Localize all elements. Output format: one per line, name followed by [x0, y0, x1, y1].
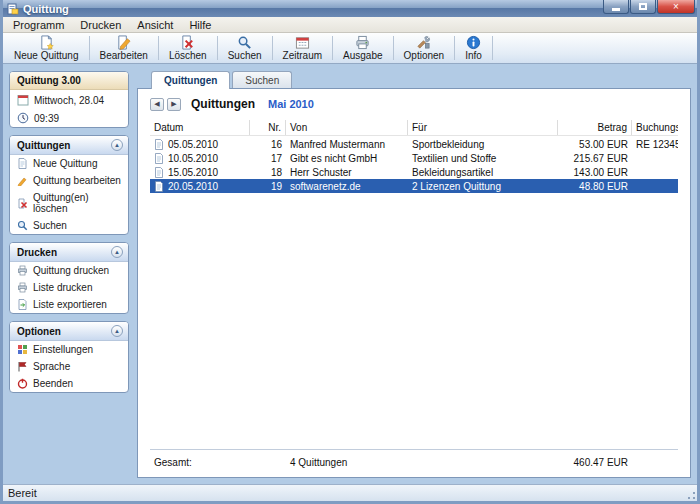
info-button[interactable]: Info: [456, 33, 491, 63]
pencil-icon: [116, 35, 131, 50]
status-bar: Bereit: [3, 484, 697, 501]
receipt-icon: [154, 167, 164, 178]
sidebar-item-search[interactable]: Suchen: [10, 217, 128, 234]
search-icon: [17, 220, 28, 231]
resize-grip[interactable]: [684, 488, 696, 500]
toolbar-separator: [393, 36, 394, 60]
sidebar-item-print-receipt[interactable]: Quittung drucken: [10, 262, 128, 279]
new-receipt-button[interactable]: Neue Quittung: [5, 33, 88, 63]
total-amount: 460.47 EUR: [558, 457, 632, 468]
col-nr[interactable]: Nr.: [250, 120, 286, 135]
cell-von: softwarenetz.de: [286, 179, 408, 193]
receipt-icon: [154, 153, 164, 164]
page-title: Quittungen: [191, 97, 255, 111]
toolbar-separator: [217, 36, 218, 60]
options-button[interactable]: Optionen: [395, 33, 454, 63]
item-label: Liste exportieren: [33, 299, 107, 310]
cell-buchungsv: RE 1234567: [632, 137, 678, 151]
print-panel: Drucken ▲ Quittung drucken Liste drucken…: [9, 242, 129, 314]
collapse-button[interactable]: ▲: [111, 246, 123, 258]
receipts-list-panel: ◀ ▶ Quittungen Mai 2010 Datum Nr. Von Fü…: [137, 88, 691, 478]
item-label: Sprache: [33, 361, 70, 372]
col-von[interactable]: Von: [286, 120, 408, 135]
calendar-icon: [295, 35, 310, 50]
next-month-button[interactable]: ▶: [167, 98, 181, 111]
table-row[interactable]: 10.05.2010 17 Gibt es nicht GmbH Textili…: [150, 151, 678, 165]
cell-betrag: 53.00 EUR: [558, 137, 632, 151]
info-label: Info: [465, 50, 482, 61]
cell-fuer: Sportbekleidung: [408, 137, 558, 151]
next-icon: ▶: [171, 100, 176, 108]
prev-month-button[interactable]: ◀: [150, 98, 164, 111]
menu-ansicht[interactable]: Ansicht: [129, 18, 181, 32]
tab-suchen[interactable]: Suchen: [232, 71, 292, 88]
cell-von: Gibt es nicht GmbH: [286, 151, 408, 165]
receipt-icon: [154, 139, 164, 150]
sidebar-item-print-list[interactable]: Liste drucken: [10, 279, 128, 296]
item-label: Quittung bearbeiten: [33, 175, 121, 186]
maximize-button[interactable]: [630, 0, 656, 14]
cell-betrag: 143.00 EUR: [558, 165, 632, 179]
period-link[interactable]: Mai 2010: [268, 98, 314, 110]
settings-icon: [17, 344, 28, 355]
col-datum[interactable]: Datum: [150, 120, 250, 135]
delete-button[interactable]: Löschen: [160, 33, 216, 63]
cell-datum: 05.05.2010: [168, 139, 218, 150]
table-row-selected[interactable]: 20.05.2010 19 softwarenetz.de 2 Lizenzen…: [150, 179, 678, 193]
total-label: Gesamt:: [150, 457, 250, 468]
col-betrag[interactable]: Betrag: [558, 120, 632, 135]
sidebar-item-exit[interactable]: Beenden: [10, 375, 128, 392]
section-header-drucken[interactable]: Drucken ▲: [10, 243, 128, 262]
cell-von: Manfred Mustermann: [286, 137, 408, 151]
date-label: Mittwoch, 28.04: [34, 95, 104, 106]
menu-drucken[interactable]: Drucken: [72, 18, 129, 32]
cell-nr: 16: [250, 137, 286, 151]
printer-icon: [17, 265, 28, 276]
prev-icon: ◀: [154, 100, 159, 108]
toolbar-separator: [492, 36, 493, 60]
sidebar-item-delete-receipt[interactable]: Quittung(en) löschen: [10, 189, 128, 217]
search-button[interactable]: Suchen: [219, 33, 271, 63]
table-row[interactable]: 15.05.2010 18 Herr Schuster Bekleidungsa…: [150, 165, 678, 179]
section-header-quittungen[interactable]: Quittungen ▲: [10, 136, 128, 155]
output-label: Ausgabe: [343, 50, 382, 61]
minimize-button[interactable]: [603, 0, 629, 14]
clock-icon: [17, 112, 29, 124]
tab-bar: Quittungen Suchen: [151, 71, 691, 88]
edit-button[interactable]: Bearbeiten: [91, 33, 157, 63]
period-label: Zeitraum: [283, 50, 322, 61]
item-label: Neue Quittung: [33, 158, 98, 169]
content-area: Quittung 3.00 Mittwoch, 28.04 09:39 Quit…: [3, 64, 697, 484]
app-version: Quittung 3.00: [10, 72, 128, 90]
sidebar-item-settings[interactable]: Einstellungen: [10, 341, 128, 358]
tab-quittungen[interactable]: Quittungen: [151, 71, 230, 89]
sidebar-item-new-receipt[interactable]: Neue Quittung: [10, 155, 128, 172]
collapse-button[interactable]: ▲: [111, 139, 123, 151]
cell-datum: 10.05.2010: [168, 153, 218, 164]
toolbar-separator: [454, 36, 455, 60]
cell-von: Herr Schuster: [286, 165, 408, 179]
period-button[interactable]: Zeitraum: [274, 33, 331, 63]
toolbar-separator: [272, 36, 273, 60]
menu-programm[interactable]: Programm: [5, 18, 72, 32]
toolbar-separator: [89, 36, 90, 60]
tools-icon: [416, 35, 431, 50]
sidebar-item-language[interactable]: Sprache: [10, 358, 128, 375]
close-button[interactable]: ×: [657, 0, 695, 14]
sidebar-item-edit-receipt[interactable]: Quittung bearbeiten: [10, 172, 128, 189]
menu-hilfe[interactable]: Hilfe: [181, 18, 219, 32]
output-button[interactable]: Ausgabe: [334, 33, 391, 63]
toolbar-separator: [332, 36, 333, 60]
options-panel: Optionen ▲ Einstellungen Sprache Beenden: [9, 321, 129, 393]
sidebar-item-export-list[interactable]: Liste exportieren: [10, 296, 128, 313]
printer-icon: [355, 35, 370, 50]
section-header-optionen[interactable]: Optionen ▲: [10, 322, 128, 341]
section-title: Quittungen: [17, 140, 70, 151]
col-fuer[interactable]: Für: [408, 120, 558, 135]
menu-bar: Programm Drucken Ansicht Hilfe: [3, 17, 697, 33]
col-buchungsv[interactable]: Buchungsv.: [632, 120, 678, 135]
new-receipt-label: Neue Quittung: [14, 50, 79, 61]
collapse-button[interactable]: ▲: [111, 325, 123, 337]
title-bar: Quittung ×: [3, 0, 697, 17]
table-row[interactable]: 05.05.2010 16 Manfred Mustermann Sportbe…: [150, 137, 678, 151]
